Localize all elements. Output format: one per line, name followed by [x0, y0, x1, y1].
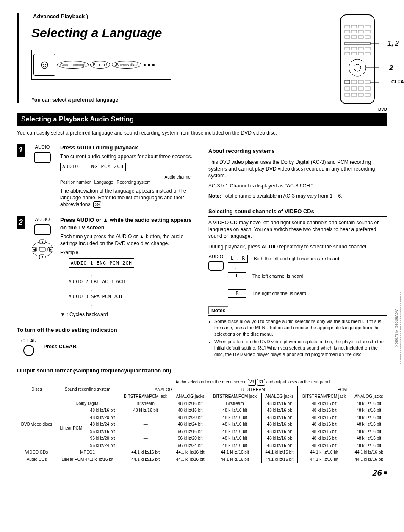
page-number: 26	[17, 467, 387, 479]
greeting-bubble: ¡Buenos días!	[112, 61, 141, 69]
svg-rect-11	[358, 36, 363, 38]
section-title: Selecting a Playback Audio Setting	[21, 116, 134, 123]
remote-callout-12: 1, 2	[387, 39, 399, 48]
vcd-text: During playback, press AUDIO repeatedly …	[208, 243, 387, 250]
left-column: 1 AUDIO Press AUDIO during playback. The…	[17, 144, 196, 359]
clear-button-label: CLEAR	[21, 338, 37, 356]
note-item: Some discs allow you to change audio sel…	[214, 318, 387, 337]
step-1: 1 AUDIO Press AUDIO during playback. The…	[17, 144, 196, 208]
step-number: 2	[17, 216, 25, 229]
svg-rect-34	[358, 93, 363, 96]
page-header: Advanced Playback Selecting a Language ☺…	[17, 13, 387, 108]
output-top-header: Audio selection from the menu screen 29 …	[119, 378, 387, 386]
step-number: 1	[17, 144, 25, 157]
remote-diagram: 1, 2 2 CLEAR	[328, 13, 387, 108]
svg-rect-19	[351, 52, 357, 55]
vcd-heading: Selecting sound channels of VIDEO CDs	[208, 208, 387, 217]
svg-rect-14	[345, 47, 350, 50]
svg-text:◀: ◀	[33, 248, 36, 251]
dvd-tag: DVD	[378, 107, 387, 113]
page-reference: 39	[93, 201, 101, 208]
svg-rect-15	[351, 47, 357, 50]
osd-display: AUDIO 1 ENG PCM 2CH	[60, 163, 126, 171]
intro-note: You can select a preferred language.	[31, 96, 328, 103]
channel-row: L . R Both the left and right channels a…	[228, 255, 387, 263]
col-discs: Discs	[17, 378, 56, 400]
svg-rect-28	[345, 87, 350, 90]
svg-rect-25	[351, 80, 357, 84]
svg-rect-6	[351, 30, 357, 33]
remote-callout-clear: CLEAR	[391, 79, 404, 85]
svg-point-22	[349, 59, 366, 76]
svg-rect-5	[345, 30, 350, 33]
svg-rect-31	[365, 87, 370, 90]
step-2: 2 AUDIO ▲ ▼ ◀ ▶ Press AUDIO or ▲ while t	[17, 216, 196, 318]
dpad-icon: ▲ ▼ ◀ ▶	[30, 239, 55, 262]
step-text: The current audio setting appears for ab…	[60, 153, 196, 160]
svg-rect-3	[358, 25, 363, 28]
output-table: Discs Sound recording system Audio selec…	[17, 378, 387, 463]
svg-rect-1	[345, 25, 350, 28]
clear-instruction: Press CLEAR.	[44, 343, 78, 350]
svg-rect-10	[351, 36, 357, 38]
table-row: DVD video discsDolby DigitalBitstream48 …	[17, 400, 387, 407]
svg-rect-16	[358, 47, 363, 50]
svg-rect-26	[358, 80, 363, 84]
header-left: Advanced Playback Selecting a Language ☺…	[17, 13, 328, 103]
example-label: Example	[60, 250, 78, 255]
channel-row: R The right channel is heard.	[228, 289, 387, 298]
breadcrumb: Advanced Playback	[33, 13, 88, 21]
svg-rect-8	[365, 30, 370, 33]
svg-rect-30	[358, 87, 363, 90]
svg-rect-20	[358, 52, 363, 55]
step-text: Each time you press the AUDIO or ▲ butto…	[60, 233, 196, 247]
svg-point-23	[354, 64, 361, 71]
svg-rect-17	[365, 47, 370, 50]
svg-rect-7	[358, 30, 363, 33]
channel-row: L The left channel is heard.	[228, 272, 387, 280]
section-bar: Selecting a Playback Audio Setting DVD	[17, 113, 387, 126]
svg-rect-29	[351, 87, 357, 90]
svg-rect-33	[351, 93, 357, 96]
output-heading: Output sound format (sampling frequency/…	[17, 367, 387, 376]
clear-button-icon	[23, 345, 34, 356]
audio-button-icon	[34, 152, 51, 163]
svg-rect-18	[345, 52, 350, 55]
svg-rect-2	[351, 25, 357, 28]
greeting-bubble: Bonjour!	[90, 61, 111, 69]
svg-rect-4	[365, 25, 370, 28]
table-row: VIDEO CDsMPEG144.1 kHz/16 bit44.1 kHz/16…	[17, 449, 387, 456]
svg-rect-32	[345, 93, 350, 96]
step-text: The abbreviation of the language appears…	[60, 187, 196, 208]
svg-rect-21	[365, 52, 370, 55]
cycles-note: ▼ : Cycles backward	[60, 311, 196, 318]
step-heading: Press AUDIO during playback.	[60, 144, 139, 151]
note-item: When you turn on the DVD video player or…	[214, 339, 387, 358]
svg-rect-27	[365, 80, 370, 84]
greeting-bubble: Good morning!	[57, 61, 89, 69]
svg-rect-48	[39, 247, 45, 251]
page-title: Selecting a Language	[31, 25, 328, 42]
notes-list: Some discs allow you to change audio sel…	[214, 318, 387, 358]
svg-rect-13	[345, 42, 370, 45]
remote-callout-2: 2	[389, 63, 393, 73]
svg-rect-12	[365, 36, 370, 38]
svg-rect-35	[365, 93, 370, 96]
audio-button-label: AUDIO	[208, 254, 224, 299]
example-list: AUDIO 1 ENG PCM 2CH ↓ AUDIO 2 FRE AC-3 6…	[69, 256, 196, 308]
audio-button-icon	[208, 261, 224, 271]
notes-heading: Notes	[208, 306, 387, 316]
step-heading: Press AUDIO or ▲ while the audio setting…	[60, 217, 192, 231]
table-row: Audio CDsLinear PCM 44.1 kHz/16 bit44.1 …	[17, 456, 387, 463]
step-button-label: AUDIO ▲ ▼ ◀ ▶	[30, 216, 55, 318]
svg-text:▶: ▶	[49, 248, 52, 251]
side-tab: Advanced Playback	[393, 292, 401, 364]
table-row: Linear PCM48 kHz/16 bit48 kHz/16 bit48 k…	[17, 407, 387, 414]
audio-button-icon	[34, 224, 51, 235]
step-button-label: AUDIO	[30, 144, 55, 208]
about-text: AC-3 5.1 Channel is displayed as "AC-3 6…	[208, 182, 387, 189]
turnoff-heading: To turn off the audio setting indication	[17, 326, 196, 335]
ellipsis-icon: ● ● ●	[143, 61, 155, 68]
col-srs: Sound recording system	[56, 378, 119, 400]
about-heading: About recording systems	[208, 147, 387, 156]
